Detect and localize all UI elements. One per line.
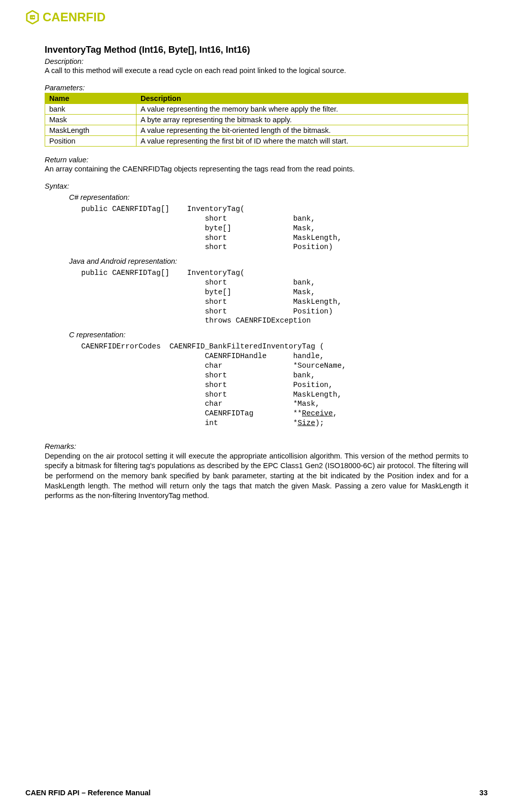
table-row: Mask A byte array representing the bitma… — [45, 115, 468, 125]
col-name: Name — [45, 93, 136, 104]
remarks-label: Remarks: — [45, 442, 468, 450]
java-label: Java and Android representation: — [69, 257, 468, 265]
parameters-label: Parameters: — [45, 84, 468, 92]
size-underline: Size — [297, 419, 315, 427]
table-row: bank A value representing the memory ban… — [45, 104, 468, 115]
return-label: Return value: — [45, 156, 468, 164]
java-code: public CAENRFIDTag[] InventoryTag( short… — [81, 268, 468, 326]
svg-rect-3 — [32, 17, 35, 18]
description-label: Description: — [45, 57, 468, 65]
brand-logo: CAENRFID — [25, 10, 488, 24]
table-row: Position A value representing the first … — [45, 136, 468, 147]
c-code: CAENRFIDErrorCodes CAENRFID_BankFiltered… — [81, 342, 468, 428]
receive-underline: Receive — [302, 409, 333, 417]
footer-left: CAEN RFID API – Reference Manual — [25, 789, 151, 797]
table-row: MaskLength A value representing the bit-… — [45, 125, 468, 136]
parameters-table: Name Description bank A value representi… — [45, 93, 468, 147]
footer-page-number: 33 — [480, 789, 488, 797]
svg-point-2 — [31, 17, 32, 18]
csharp-code: public CAENRFIDTag[] InventoryTag( short… — [81, 204, 468, 252]
return-text: An array containing the CAENRFIDTag obje… — [45, 165, 468, 173]
brand-text: CAENRFID — [43, 10, 106, 24]
csharp-label: C# representation: — [69, 193, 468, 201]
col-desc: Description — [136, 93, 468, 104]
syntax-label: Syntax: — [45, 182, 468, 190]
hexagon-icon — [25, 10, 40, 24]
c-label: C representation: — [69, 331, 468, 339]
main-content: InventoryTag Method (Int16, Byte[], Int1… — [25, 45, 488, 501]
page-footer: CAEN RFID API – Reference Manual 33 — [25, 789, 488, 797]
description-text: A call to this method will execute a rea… — [45, 66, 468, 75]
remarks-text: Depending on the air protocol setting it… — [45, 451, 468, 501]
method-title: InventoryTag Method (Int16, Byte[], Int1… — [45, 45, 468, 55]
table-header-row: Name Description — [45, 93, 468, 104]
